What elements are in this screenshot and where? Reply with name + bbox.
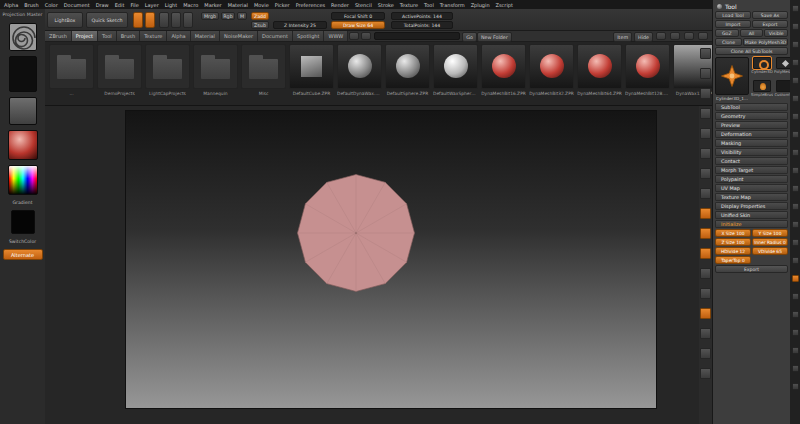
tray-icon[interactable] [792, 221, 799, 228]
initialize-slider[interactable]: HDivide 12 [715, 247, 751, 255]
nav-back-icon[interactable] [349, 32, 359, 40]
menu-item[interactable]: Movie [254, 2, 269, 8]
lightbox-thumb[interactable]: DynaMeshBit16.ZPR [481, 44, 526, 105]
menu-item[interactable]: Macro [183, 2, 198, 8]
zsub-button[interactable]: Zsub [251, 21, 269, 29]
menu-item[interactable]: Layer [145, 2, 159, 8]
tray-icon[interactable] [792, 131, 799, 138]
import-button[interactable]: Import [715, 20, 751, 28]
scale-mode-button[interactable] [171, 12, 181, 28]
lightbox-tab[interactable]: Brush [117, 31, 140, 41]
menu-item[interactable]: Document [64, 2, 90, 8]
initialize-slider[interactable]: Y Size 100 [752, 229, 788, 237]
clone-all-subtools-button[interactable]: Clone All SubTools [715, 47, 788, 55]
shelf-icon[interactable] [700, 208, 711, 219]
tray-icon[interactable] [792, 329, 799, 336]
shelf-icon[interactable] [700, 188, 711, 199]
section-header[interactable]: Display Properties [715, 202, 788, 210]
menu-item[interactable]: Brush [24, 2, 38, 8]
tray-icon[interactable] [792, 239, 799, 246]
lightbox-thumb[interactable]: DefaultDynaWax.ZPR [337, 44, 382, 105]
menu-item[interactable]: Draw [96, 2, 109, 8]
view-list-icon[interactable] [656, 32, 666, 40]
cylinder3d-mesh[interactable] [291, 168, 421, 298]
shelf-icon[interactable] [700, 48, 711, 59]
section-header[interactable]: Visibility [715, 148, 788, 156]
shelf-icon[interactable] [700, 268, 711, 279]
quick-pick-item[interactable]: Cylinder3D [751, 57, 773, 79]
menu-item[interactable]: Texture [400, 2, 418, 8]
lightbox-tab[interactable]: WWW [324, 31, 348, 41]
lightbox-tab[interactable]: Alpha [167, 31, 190, 41]
tray-icon[interactable] [792, 257, 799, 264]
path-input[interactable] [374, 32, 460, 40]
size-down-icon[interactable] [698, 32, 708, 40]
lightbox-thumb[interactable]: DynaMeshBit128.ZPR [625, 44, 670, 105]
section-header[interactable]: Polypaint [715, 175, 788, 183]
lightbox-thumb[interactable]: DefaultCube.ZPR [289, 44, 334, 105]
lightbox-tab[interactable]: Texture [140, 31, 167, 41]
lightbox-tab[interactable]: ZBrush [45, 31, 72, 41]
menu-item[interactable]: Tool [424, 2, 434, 8]
mrgb-button[interactable]: Mrgb [201, 12, 219, 20]
nav-up-icon[interactable] [361, 32, 371, 40]
section-header[interactable]: Geometry [715, 112, 788, 120]
rotate-mode-button[interactable] [183, 12, 193, 28]
tray-icon[interactable] [792, 383, 799, 390]
shelf-icon[interactable] [700, 368, 711, 379]
item-button[interactable]: Item [613, 32, 632, 42]
quick-pick-item[interactable]: SimpleBrush [751, 80, 773, 102]
color-picker[interactable] [8, 165, 38, 195]
section-header[interactable]: Preview [715, 121, 788, 129]
gradient-label[interactable]: Gradient [13, 200, 33, 205]
save-as-button[interactable]: Save As [752, 11, 788, 19]
shelf-icon[interactable] [700, 128, 711, 139]
tray-icon[interactable] [792, 149, 799, 156]
menu-item[interactable]: Preferences [296, 2, 325, 8]
menu-item[interactable]: Zscript [496, 2, 513, 8]
lightbox-thumb[interactable]: ... [49, 44, 94, 105]
shelf-icon[interactable] [700, 148, 711, 159]
menu-item[interactable]: Transform [440, 2, 465, 8]
lightbox-button[interactable]: LightBox [47, 12, 83, 28]
shelf-icon[interactable] [700, 288, 711, 299]
tray-icon[interactable] [792, 293, 799, 300]
menu-item[interactable]: Picker [275, 2, 290, 8]
goz-all-button[interactable]: All [740, 29, 764, 37]
shelf-icon[interactable] [700, 88, 711, 99]
shelf-icon[interactable] [700, 228, 711, 239]
tray-icon[interactable] [792, 167, 799, 174]
shelf-icon[interactable] [700, 328, 711, 339]
section-header[interactable]: SubTool [715, 103, 788, 111]
tray-icon[interactable] [792, 59, 799, 66]
tray-icon[interactable] [792, 5, 799, 12]
alpha-thumbnail[interactable] [9, 97, 37, 125]
menu-item[interactable]: Material [228, 2, 248, 8]
tray-icon[interactable] [792, 347, 799, 354]
stroke-thumbnail[interactable] [9, 23, 37, 51]
hide-button[interactable]: Hide [634, 32, 653, 42]
initialize-slider[interactable]: TaperTop 0 [715, 256, 751, 264]
lightbox-thumb[interactable]: Mannequin [193, 44, 238, 105]
draw-size-slider[interactable]: Draw Size 64 [331, 21, 385, 29]
lightbox-tab[interactable]: NoiseMaker [220, 31, 258, 41]
tray-icon[interactable] [792, 203, 799, 210]
draw-mode-button[interactable] [145, 12, 155, 28]
lightbox-thumb[interactable]: LightCapProjects [145, 44, 190, 105]
lightbox-thumb[interactable]: DynaMeshBit32.ZPR [529, 44, 574, 105]
document-canvas[interactable] [125, 110, 657, 409]
shelf-icon[interactable] [700, 108, 711, 119]
edit-button[interactable] [133, 12, 143, 28]
lightbox-tab[interactable]: Tool [98, 31, 117, 41]
tray-icon[interactable] [792, 95, 799, 102]
tray-icon[interactable] [792, 113, 799, 120]
section-header[interactable]: Deformation [715, 130, 788, 138]
lightbox-thumb[interactable]: DynaMeshBit64.ZPR [577, 44, 622, 105]
move-mode-button[interactable] [159, 12, 169, 28]
projection-master-button[interactable]: Projection Master [3, 12, 43, 18]
lightbox-tab[interactable]: Spotlight [293, 31, 324, 41]
tray-icon[interactable] [792, 311, 799, 318]
section-header[interactable]: Contact [715, 157, 788, 165]
lightbox-thumb[interactable]: DefaultWaxSphere.ZPR [433, 44, 478, 105]
menu-item[interactable]: Stencil [355, 2, 372, 8]
